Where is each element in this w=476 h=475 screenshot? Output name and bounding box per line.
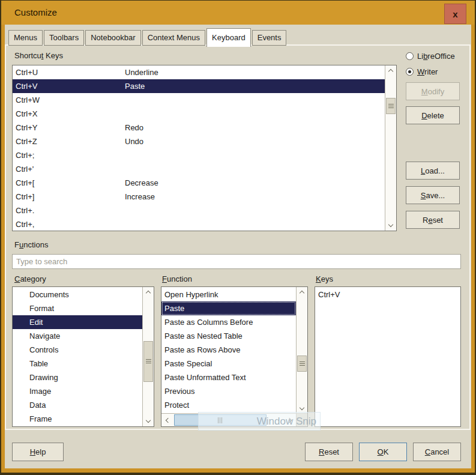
grip-icon xyxy=(146,359,151,364)
function-item[interactable]: Paste as Nested Table xyxy=(161,329,296,343)
delete-button[interactable]: Delete xyxy=(406,106,460,124)
category-label: Category xyxy=(14,274,46,283)
ok-button[interactable]: OK xyxy=(359,443,407,461)
function-item[interactable]: Paste as Columns Before xyxy=(161,315,296,329)
grip-icon xyxy=(388,104,394,109)
shortcut-action: Undo xyxy=(125,137,143,146)
chevron-down-icon xyxy=(146,418,151,423)
scrollbar-thumb-horizontal[interactable] xyxy=(174,414,267,426)
close-icon: x xyxy=(453,9,457,19)
function-list[interactable]: Open Hyperlink Paste Paste as Columns Be… xyxy=(161,286,308,427)
shortcut-row[interactable]: Ctrl+X xyxy=(13,107,385,121)
radio-writer-label: Writer xyxy=(417,67,438,76)
tab-events[interactable]: Events xyxy=(252,30,287,46)
search-input[interactable] xyxy=(12,254,461,269)
shortcut-key: Ctrl+W xyxy=(16,95,125,104)
shortcut-key: Ctrl+' xyxy=(16,165,125,174)
dialog-body: Menus Toolbars Notebookbar Context Menus… xyxy=(5,25,471,468)
scroll-up-button[interactable] xyxy=(297,287,307,297)
function-hscrollbar[interactable] xyxy=(161,413,296,426)
function-item[interactable]: Paste Special xyxy=(161,357,296,371)
keys-label: Keys xyxy=(316,274,333,283)
close-button[interactable]: x xyxy=(444,4,466,24)
chevron-down-icon xyxy=(300,405,304,410)
shortcut-row-selected[interactable]: Ctrl+VPaste xyxy=(13,79,385,93)
shortcut-list-scrollbar[interactable] xyxy=(385,65,396,231)
category-item[interactable]: Navigate xyxy=(13,329,142,343)
scroll-down-button[interactable] xyxy=(297,404,307,414)
function-item[interactable]: Previous xyxy=(161,384,296,398)
reset-keyboard-button[interactable]: Reset xyxy=(406,211,460,229)
functions-label: Functions xyxy=(14,240,48,249)
scroll-up-button[interactable] xyxy=(143,287,154,297)
function-item[interactable]: Open Hyperlink xyxy=(161,288,296,301)
shortcut-row[interactable]: Ctrl+; xyxy=(13,148,385,162)
scrollbar-thumb[interactable] xyxy=(386,98,396,114)
scrollbar-thumb[interactable] xyxy=(297,355,307,372)
category-rows: Documents Format Edit Navigate Controls … xyxy=(13,288,142,426)
category-list[interactable]: Documents Format Edit Navigate Controls … xyxy=(12,286,154,427)
category-item[interactable]: Drawing xyxy=(13,371,142,384)
shortcut-rows: Ctrl+UUnderline Ctrl+VPaste Ctrl+W Ctrl+… xyxy=(13,65,385,231)
shortcut-action: Decrease xyxy=(125,178,158,187)
shortcut-row[interactable]: Ctrl+YRedo xyxy=(13,121,385,135)
scroll-down-button[interactable] xyxy=(143,416,154,426)
load-button[interactable]: Load... xyxy=(406,162,460,180)
function-item[interactable]: Protect xyxy=(161,398,296,412)
keys-rows: Ctrl+V xyxy=(315,288,460,301)
category-scrollbar[interactable] xyxy=(142,287,154,426)
shortcut-row[interactable]: Ctrl+' xyxy=(13,162,385,176)
shortcut-key: Ctrl+[ xyxy=(16,178,125,187)
keys-list[interactable]: Ctrl+V xyxy=(315,286,461,427)
shortcut-key: Ctrl+. xyxy=(16,206,125,215)
window-title: Customize xyxy=(14,1,57,25)
function-label: Function xyxy=(162,274,192,283)
shortcut-action: Underline xyxy=(125,68,158,77)
shortcut-keys-list[interactable]: Ctrl+UUnderline Ctrl+VPaste Ctrl+W Ctrl+… xyxy=(12,65,397,231)
tab-notebookbar[interactable]: Notebookbar xyxy=(85,30,140,46)
category-item[interactable]: Format xyxy=(13,301,142,315)
function-item-selected[interactable]: Paste xyxy=(161,301,296,315)
category-item[interactable]: Table xyxy=(13,357,142,371)
modify-button[interactable]: Modify xyxy=(406,82,460,100)
shortcut-action: Paste xyxy=(125,82,145,91)
keys-item[interactable]: Ctrl+V xyxy=(315,288,460,301)
function-vscrollbar[interactable] xyxy=(296,287,307,414)
scrollbar-thumb[interactable] xyxy=(143,341,153,382)
save-button[interactable]: Save... xyxy=(406,186,460,204)
category-item[interactable]: Frame xyxy=(13,412,142,426)
scroll-right-button[interactable] xyxy=(285,414,296,426)
scroll-left-button[interactable] xyxy=(161,414,173,426)
category-item[interactable]: Controls xyxy=(13,343,142,357)
shortcut-row[interactable]: Ctrl+, xyxy=(13,217,385,231)
shortcut-row[interactable]: Ctrl+UUnderline xyxy=(13,65,385,79)
category-item[interactable]: Documents xyxy=(13,288,142,301)
help-button[interactable]: Help xyxy=(12,443,64,461)
shortcut-row[interactable]: Ctrl+. xyxy=(13,204,385,217)
radio-icon xyxy=(406,52,414,60)
category-item[interactable]: Data xyxy=(13,398,142,412)
shortcut-key: Ctrl+] xyxy=(16,192,125,201)
scroll-up-button[interactable] xyxy=(385,65,396,76)
function-item[interactable]: Paste as Rows Above xyxy=(161,343,296,357)
shortcut-row[interactable]: Ctrl+]Increase xyxy=(13,190,385,204)
tab-menus[interactable]: Menus xyxy=(8,30,43,46)
tab-keyboard[interactable]: Keyboard xyxy=(206,28,251,47)
function-item[interactable]: Paste Unformatted Text xyxy=(161,371,296,384)
reset-button[interactable]: Reset xyxy=(305,443,353,461)
tab-toolbars[interactable]: Toolbars xyxy=(44,30,84,46)
radio-libreoffice[interactable]: LibreOffice xyxy=(406,52,455,61)
shortcut-row[interactable]: Ctrl+W xyxy=(13,93,385,107)
category-item-selected[interactable]: Edit xyxy=(13,315,142,329)
shortcut-row[interactable]: Ctrl+[Decrease xyxy=(13,176,385,190)
cancel-button[interactable]: Cancel xyxy=(413,443,461,461)
tab-context-menus[interactable]: Context Menus xyxy=(142,30,205,46)
titlebar[interactable]: Customize x xyxy=(1,1,475,25)
shortcut-key: Ctrl+; xyxy=(16,151,125,160)
radio-writer[interactable]: Writer xyxy=(406,67,438,76)
scroll-down-button[interactable] xyxy=(385,220,396,231)
shortcut-key: Ctrl+X xyxy=(16,109,125,118)
category-item[interactable]: Image xyxy=(13,384,142,398)
shortcut-key: Ctrl+Y xyxy=(16,123,125,132)
shortcut-row[interactable]: Ctrl+ZUndo xyxy=(13,135,385,148)
